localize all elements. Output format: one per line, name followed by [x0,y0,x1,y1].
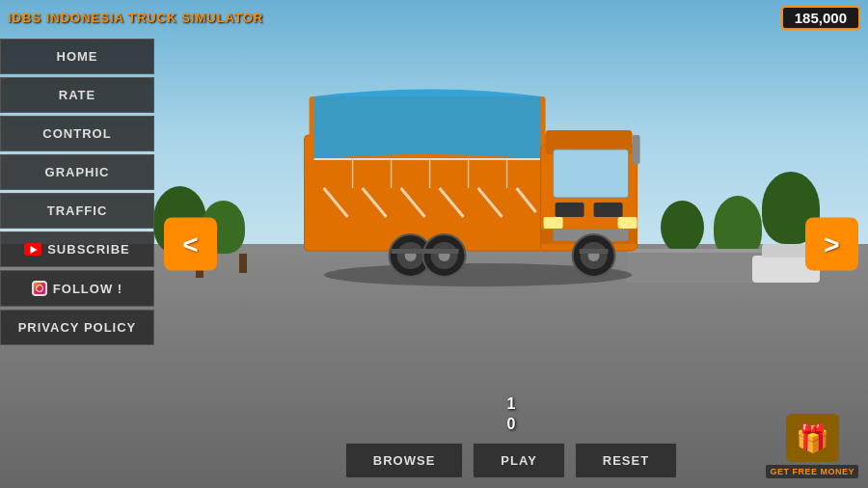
action-buttons: BROWSE PLAY RESET [345,443,677,478]
svg-rect-35 [633,135,640,164]
traffic-label: TRAFFIC [47,203,108,218]
youtube-icon [24,243,41,256]
gift-box[interactable]: 🎁 GET FREE MONEY [766,414,858,478]
game-title: IDBS INDONESIA TRUCK SIMULATOR [8,11,263,25]
svg-rect-33 [392,249,459,254]
play-button[interactable]: PLAY [473,443,564,478]
sidebar-item-traffic[interactable]: TRAFFIC [0,193,154,229]
currency-display: 185,000 [781,6,860,30]
next-truck-button[interactable]: > [805,218,858,271]
sidebar: HOME RATE CONTROL GRAPHIC TRAFFIC SUBSCR… [0,35,154,349]
privacy-label: PRIVACY POLICY [18,320,137,335]
home-label: HOME [57,49,98,64]
sidebar-item-subscribe[interactable]: SUBSCRIBE [0,231,154,267]
graphic-label: GRAPHIC [45,165,110,179]
sidebar-item-control[interactable]: CONTROL [0,116,154,151]
bottom-bar: 1 0 BROWSE PLAY RESET [154,394,868,478]
instagram-icon [32,281,47,296]
truck-number-top: 1 [507,394,516,415]
sidebar-item-privacy[interactable]: PRIVACY POLICY [0,310,154,345]
control-label: CONTROL [42,126,111,141]
svg-rect-17 [554,149,629,198]
truck-number-bottom: 0 [507,415,516,435]
svg-rect-18 [556,203,584,217]
gift-icon: 🎁 [786,414,839,462]
svg-rect-34 [580,249,609,254]
truck-number: 1 0 [507,394,516,435]
svg-rect-21 [544,217,563,229]
reset-button[interactable]: RESET [575,443,677,478]
browse-button[interactable]: BROWSE [345,443,464,478]
gift-label: GET FREE MONEY [766,465,858,478]
svg-rect-22 [618,217,637,229]
sidebar-item-home[interactable]: HOME [0,39,154,74]
tree [222,201,247,273]
prev-truck-button[interactable]: < [164,218,217,271]
rate-label: RATE [59,88,95,102]
follow-label: FOLLOW ! [53,282,122,296]
sidebar-item-follow[interactable]: FOLLOW ! [0,270,154,307]
sidebar-item-graphic[interactable]: GRAPHIC [0,154,154,190]
svg-rect-19 [594,203,623,217]
subscribe-label: SUBSCRIBE [47,242,130,257]
truck-display [295,77,662,293]
sidebar-item-rate[interactable]: RATE [0,77,154,113]
header: IDBS INDONESIA TRUCK SIMULATOR 185,000 [0,0,868,35]
